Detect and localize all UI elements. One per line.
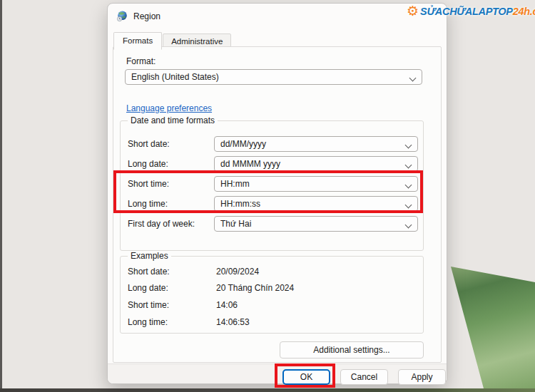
first-day-dropdown[interactable]: Thứ Hai [214, 216, 418, 232]
long-date-value: dd MMMM yyyy [220, 159, 280, 169]
tab-formats[interactable]: Formats [113, 32, 162, 50]
short-time-value: HH:mm [220, 179, 250, 189]
cancel-button[interactable]: Cancel [340, 369, 388, 385]
short-date-dropdown[interactable]: dd/MM/yyyy [214, 136, 418, 152]
long-time-dropdown[interactable]: HH:mm:ss [214, 196, 418, 212]
long-time-label: Long time: [128, 199, 168, 209]
photo-left-edge [0, 0, 2, 392]
example-short-time-value: 14:06 [216, 300, 238, 310]
formats-tab-page: Format: English (United States) Language… [113, 46, 442, 363]
short-date-label: Short date: [128, 139, 170, 149]
example-long-date-label: Long date: [128, 283, 168, 293]
screenshot-stage: Region Formats Administrative Format: En… [0, 0, 535, 392]
chevron-down-icon [405, 162, 412, 169]
format-dropdown-value: English (United States) [131, 72, 219, 82]
example-short-date-label: Short date: [128, 267, 170, 277]
language-preferences-link[interactable]: Language preferences [126, 103, 212, 113]
short-time-label: Short time: [128, 179, 169, 189]
example-long-date-value: 20 Tháng Chín 2024 [216, 283, 294, 293]
chevron-down-icon [405, 182, 412, 189]
dialog-footer [108, 363, 447, 383]
plant-leaf-decoration [448, 262, 535, 388]
short-time-dropdown[interactable]: HH:mm [214, 176, 418, 192]
chevron-down-icon [405, 202, 412, 209]
dialog-titlebar[interactable]: Region [108, 4, 447, 29]
region-dialog: Region Formats Administrative Format: En… [107, 3, 447, 384]
format-dropdown[interactable]: English (United States) [125, 69, 422, 85]
first-day-value: Thứ Hai [220, 219, 251, 229]
chevron-down-icon [405, 142, 412, 149]
watermark-brand-blue: SỬACHỮALAPTOP [420, 6, 513, 17]
long-date-dropdown[interactable]: dd MMMM yyyy [214, 156, 418, 172]
dialog-title: Region [133, 11, 160, 21]
ok-button[interactable]: OK [282, 369, 330, 385]
examples-group-title: Examples [128, 251, 171, 261]
chevron-down-icon [405, 222, 412, 229]
watermark-brand-orange: 24h.com [513, 6, 535, 17]
first-day-label: First day of week: [128, 219, 195, 229]
photo-bottom-edge [0, 388, 535, 392]
chevron-down-icon [409, 75, 417, 82]
example-long-time-value: 14:06:53 [216, 317, 250, 327]
long-time-value: HH:mm:ss [220, 199, 260, 209]
additional-settings-button[interactable]: Additional settings... [280, 341, 424, 359]
apply-button[interactable]: Apply [398, 369, 446, 385]
short-date-value: dd/MM/yyyy [220, 139, 266, 149]
example-long-time-label: Long time: [128, 317, 168, 327]
example-short-date-value: 20/09/2024 [216, 267, 259, 277]
datetime-group-title: Date and time formats [128, 115, 218, 125]
examples-group: Examples Short date: 20/09/2024 Long dat… [120, 256, 424, 334]
region-globe-icon [116, 11, 128, 22]
example-short-time-label: Short time: [128, 300, 169, 310]
gear-icon: ⚙ [407, 4, 419, 18]
datetime-formats-group: Date and time formats Short date: dd/MM/… [120, 120, 424, 251]
long-date-label: Long date: [128, 159, 168, 169]
format-label: Format: [126, 56, 156, 66]
watermark-logo: ⚙ SỬACHỮALAPTOP 24h.com [407, 4, 535, 18]
